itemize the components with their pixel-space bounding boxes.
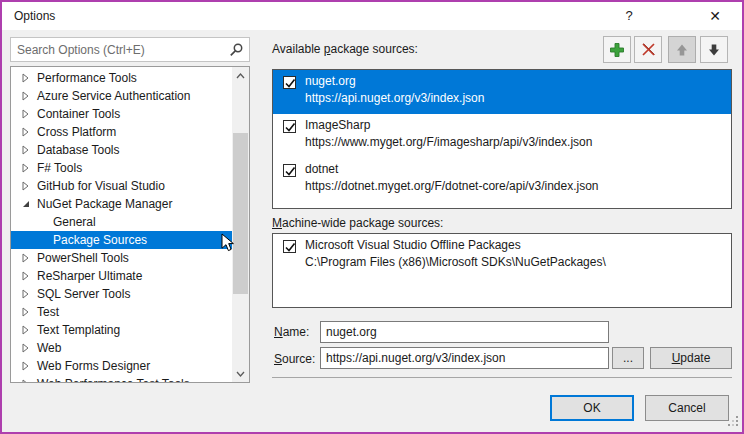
chevron-right-icon [21,145,31,155]
tree-item-powershell-tools[interactable]: PowerShell Tools [11,249,232,267]
checkbox-checked-icon[interactable] [283,120,296,133]
window-title: Options [14,9,55,23]
source-row-imagesharp[interactable]: ImageSharphttps://www.myget.org/F/images… [273,114,731,158]
options-tree: Performance Tools Azure Service Authenti… [10,66,250,383]
name-field[interactable] [320,321,609,343]
tree-item-resharper-ultimate[interactable]: ReSharper Ultimate [11,267,232,285]
source-row-nuget-org[interactable]: nuget.orghttps://api.nuget.org/v3/index.… [273,70,731,114]
tree-item-container-tools[interactable]: Container Tools [11,105,232,123]
tree-item-web[interactable]: Web [11,339,232,357]
help-button[interactable]: ? [616,6,642,26]
source-name: dotnet [305,161,727,178]
arrow-down-icon [707,43,721,57]
tree-scrollbar[interactable] [232,67,249,382]
chevron-right-icon [21,289,31,299]
move-up-button[interactable] [668,36,696,63]
plus-icon [609,42,625,58]
scroll-up-icon[interactable] [232,67,249,84]
chevron-right-icon [21,163,31,173]
source-url: https://api.nuget.org/v3/index.json [305,90,727,107]
tree-item-github-for-visual-studio[interactable]: GitHub for Visual Studio [11,177,232,195]
scroll-down-icon[interactable] [232,365,249,382]
chevron-right-icon [21,127,31,137]
machine-wide-sources-list: Microsoft Visual Studio Offline Packages… [272,233,732,308]
source-name: nuget.org [305,73,727,90]
source-row-dotnet[interactable]: dotnethttps://dotnet.myget.org/F/dotnet-… [273,158,731,202]
update-button[interactable]: Update [650,347,732,369]
chevron-right-icon [21,379,31,383]
chevron-right-icon [21,181,31,191]
source-name: ImageSharp [305,117,727,134]
source-path: C:\Program Files (x86)\Microsoft SDKs\Nu… [305,254,727,271]
chevron-right-icon [21,271,31,281]
ok-button[interactable]: OK [550,395,634,421]
chevron-right-icon [21,343,31,353]
chevron-expanded-icon [21,199,31,209]
scrollbar-thumb[interactable] [233,133,248,294]
tree-item-web-performance-test-tools[interactable]: Web Performance Test Tools [11,375,232,383]
tree-item-text-templating[interactable]: Text Templating [11,321,232,339]
package-sources-list: nuget.orghttps://api.nuget.org/v3/index.… [272,69,732,209]
checkbox-checked-icon[interactable] [283,240,296,253]
available-sources-label: Available package sources: [272,42,418,56]
tree-item-fsharp-tools[interactable]: F# Tools [11,159,232,177]
browse-button[interactable]: ... [612,347,644,369]
close-button[interactable]: ✕ [702,6,728,26]
tree-item-performance-tools[interactable]: Performance Tools [11,69,232,87]
tree-item-web-forms-designer[interactable]: Web Forms Designer [11,357,232,375]
checkbox-checked-icon[interactable] [283,76,296,89]
chevron-right-icon [21,109,31,119]
source-field[interactable] [320,347,609,369]
tree-item-test[interactable]: Test [11,303,232,321]
search-box [10,37,250,62]
source-name: Microsoft Visual Studio Offline Packages [305,237,727,254]
tree-item-sql-server-tools[interactable]: SQL Server Tools [11,285,232,303]
tree-item-package-sources[interactable]: Package Sources [11,231,232,249]
remove-source-button[interactable] [634,36,662,63]
mouse-cursor-icon [221,233,236,256]
machine-wide-sources-label: Machine-wide package sources: [272,216,443,230]
tree-item-general[interactable]: General [11,213,232,231]
tree-item-cross-platform[interactable]: Cross Platform [11,123,232,141]
source-url: https://dotnet.myget.org/F/dotnet-core/a… [305,178,727,195]
options-dialog: Options ? ✕ Performance Tools Azure Serv… [0,0,744,434]
resize-grip-icon[interactable] [728,416,739,430]
chevron-right-icon [21,91,31,101]
add-source-button[interactable] [603,36,631,63]
tree-item-database-tools[interactable]: Database Tools [11,141,232,159]
red-x-icon [641,42,656,57]
chevron-right-icon [21,325,31,335]
separator-line [272,377,732,378]
name-label: Name: [274,325,309,339]
search-input[interactable] [11,38,231,61]
source-row-offline-packages[interactable]: Microsoft Visual Studio Offline Packages… [273,234,731,278]
search-icon [229,43,243,60]
titlebar[interactable]: Options ? ✕ [2,2,742,30]
move-down-button[interactable] [700,36,728,63]
source-url: https://www.myget.org/F/imagesharp/api/v… [305,134,727,151]
chevron-right-icon [21,73,31,83]
source-label: Source: [274,352,315,366]
checkbox-checked-icon[interactable] [283,164,296,177]
chevron-right-icon [21,253,31,263]
tree-item-nuget-package-manager[interactable]: NuGet Package Manager [11,195,232,213]
chevron-right-icon [21,307,31,317]
cancel-button[interactable]: Cancel [645,395,729,421]
tree-item-azure-service-authentication[interactable]: Azure Service Authentication [11,87,232,105]
chevron-right-icon [21,361,31,371]
arrow-up-icon [675,43,689,57]
